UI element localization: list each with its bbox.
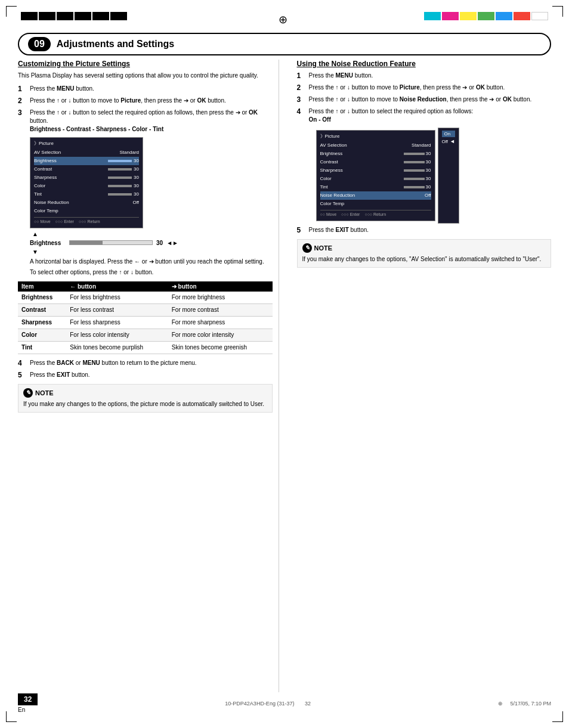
step-num-1: 1 (18, 85, 26, 93)
step-text-5: Press the EXIT button. (30, 371, 273, 379)
main-content: Customizing the Picture Settings This Pl… (18, 60, 551, 692)
step-text-2: Press the ↑ or ↓ button to move to Pictu… (30, 97, 273, 105)
step-text-1: Press the MENU button. (30, 85, 273, 93)
corner-mark-tl (6, 6, 17, 17)
combined-menu: 》Picture AV SelectionStandard Brightness… (307, 128, 552, 224)
table-row: Tint Skin tones become purplish Skin ton… (18, 341, 273, 354)
right-step-text-2: Press the ↑ or ↓ button to move to Pictu… (309, 83, 552, 92)
right-step-1: 1 Press the MENU button. (297, 72, 552, 80)
right-note-text: If you make any changes to the options, … (302, 255, 546, 264)
table-cell-right: For more sharpness (168, 316, 273, 329)
settings-table: Item ← button ➔ button Brightness For le… (18, 281, 273, 354)
table-cell-right: Skin tones become greenish (168, 341, 273, 354)
table-row: Sharpness For less sharpness For more sh… (18, 316, 273, 329)
right-step-text-5: Press the EXIT button. (309, 226, 552, 234)
table-row: Contrast For less contrast For more cont… (18, 303, 273, 316)
right-note-icon: ✎ (302, 243, 312, 253)
top-bar-right (424, 12, 548, 20)
brightness-bar-fill (70, 241, 103, 244)
left-column: Customizing the Picture Settings This Pl… (18, 60, 279, 692)
top-bar-left (21, 12, 127, 20)
step-num-3: 3 (18, 109, 26, 117)
brightness-value: 30 (156, 240, 163, 246)
table-cell-right: For more brightness (168, 292, 273, 304)
step-num-4: 4 (18, 359, 26, 367)
right-step-text-1: Press the MENU button. (309, 72, 552, 80)
table-cell-left: Skin tones become purplish (66, 341, 168, 354)
table-row: Color For less color intensity For more … (18, 329, 273, 341)
brightness-label: Brightness (30, 240, 66, 246)
horizontal-bar-text: A horizontal bar is displayed. Press the… (30, 258, 273, 266)
table-cell-left: For less color intensity (66, 329, 168, 341)
page-bottom: 32 En 10-PDP42A3HD-Eng (31-37) 32 ⊕ 5/17… (18, 693, 551, 713)
triangle-down-icon: ▼ (32, 249, 273, 255)
right-step-2: 2 Press the ↑ or ↓ button to move to Pic… (297, 83, 552, 92)
right-step-num-3: 3 (297, 95, 305, 104)
table-cell-item: Brightness (18, 292, 66, 304)
page-number-area: 32 En (18, 693, 38, 713)
left-note-title: ✎ NOTE (23, 388, 267, 398)
table-header-left: ← button (66, 281, 168, 292)
right-step-text-3: Press the ↑ or ↓ button to move to Noise… (309, 95, 552, 104)
left-section-title: Customizing the Picture Settings (18, 60, 273, 68)
right-note-label: NOTE (314, 244, 333, 252)
table-cell-left: For less brightness (66, 292, 168, 304)
right-step-num-2: 2 (297, 83, 305, 92)
left-step-1: 1 Press the MENU button. (18, 85, 273, 93)
step-text-3: Press the ↑ or ↓ button to select the re… (30, 109, 273, 134)
on-off-panel: On Off◄ (438, 128, 459, 224)
corner-mark-br (552, 711, 563, 722)
right-step-num-4: 4 (297, 107, 305, 116)
left-step-5: 5 Press the EXIT button. (18, 371, 273, 379)
right-note-title: ✎ NOTE (302, 243, 546, 253)
page-label: En (18, 707, 38, 713)
right-step-num-1: 1 (297, 72, 305, 80)
left-note-text: If you make any changes to the options, … (23, 400, 267, 408)
step-text-4: Press the BACK or MENU button to return … (30, 359, 273, 367)
left-step-3: 3 Press the ↑ or ↓ button to select the … (18, 109, 273, 134)
left-step-4: 4 Press the BACK or MENU button to retur… (18, 359, 273, 367)
chapter-number: 09 (28, 37, 51, 51)
menu-screenshot-left: 》Picture AV SelectionStandard Brightness… (30, 137, 143, 228)
table-row: Brightness For less brightness For more … (18, 292, 273, 304)
right-note-box: ✎ NOTE If you make any changes to the op… (297, 239, 552, 268)
left-step-2: 2 Press the ↑ or ↓ button to move to Pic… (18, 97, 273, 105)
page-info-right: ⊕ 5/17/05, 7:10 PM (498, 701, 551, 707)
footer-center-text: 32 (305, 701, 311, 707)
chapter-title: Adjustments and Settings (57, 39, 174, 49)
corner-mark-bl (6, 711, 17, 722)
corner-mark-tr (552, 6, 563, 17)
brightness-bar (69, 240, 153, 245)
step-num-5: 5 (18, 371, 26, 379)
step-num-2: 2 (18, 97, 26, 105)
page-info-center: 10-PDP42A3HD-Eng (31-37) 32 (225, 701, 311, 707)
right-step-3: 3 Press the ↑ or ↓ button to move to Noi… (297, 95, 552, 104)
menu-screenshot-right: 》Picture AV SelectionStandard Brightness… (316, 130, 435, 221)
right-step-5: 5 Press the EXIT button. (297, 226, 552, 234)
right-step-4: 4 Press the ↑ or ↓ button to select the … (297, 107, 552, 124)
left-note-box: ✎ NOTE If you make any changes to the op… (18, 384, 273, 413)
bottom-crosshair-icon: ⊕ (498, 701, 503, 707)
table-cell-item: Sharpness (18, 316, 66, 329)
left-section-desc: This Plasma Display has several setting … (18, 72, 273, 80)
select-other-text: To select other options, press the ↑ or … (30, 268, 273, 277)
table-cell-item: Contrast (18, 303, 66, 316)
right-step-text-4: Press the ↑ or ↓ button to select the re… (309, 107, 552, 124)
table-cell-left: For less contrast (66, 303, 168, 316)
chapter-header: 09 Adjustments and Settings (18, 33, 551, 55)
right-step-num-5: 5 (297, 226, 305, 234)
footer-right-text: 5/17/05, 7:10 PM (510, 701, 551, 707)
table-cell-item: Tint (18, 341, 66, 354)
footer-left-text: 10-PDP42A3HD-Eng (31-37) (225, 701, 294, 707)
table-cell-left: For less sharpness (66, 316, 168, 329)
table-header-item: Item (18, 281, 66, 292)
left-note-label: NOTE (35, 389, 54, 396)
triangle-up-icon: ▲ (32, 231, 273, 237)
note-icon: ✎ (23, 388, 33, 398)
brightness-bar-container: Brightness 30 ◄► (30, 240, 273, 246)
table-cell-right: For more contrast (168, 303, 273, 316)
arrow-right-icon: ◄► (166, 240, 178, 246)
crosshair-icon (279, 13, 290, 25)
table-cell-item: Color (18, 329, 66, 341)
table-header-right: ➔ button (168, 281, 273, 292)
